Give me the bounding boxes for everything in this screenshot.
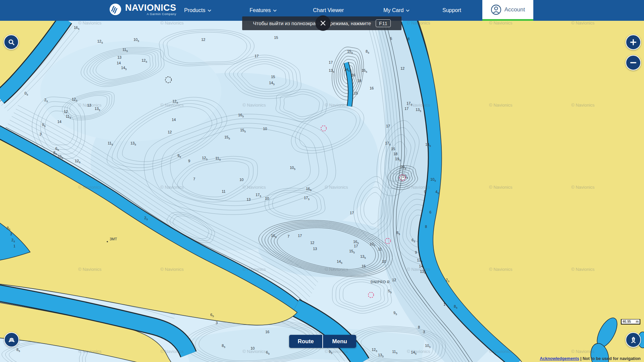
depth-sounding: 1	[13, 244, 15, 248]
map-label: 3MT	[110, 237, 117, 241]
depth-sounding: 8	[418, 325, 420, 329]
account-label: Account	[504, 6, 525, 13]
watermark: © Navionics	[325, 185, 348, 190]
route-button[interactable]: Route	[289, 335, 322, 348]
depth-sounding: 17	[354, 244, 358, 248]
depth-sounding: 17	[350, 211, 354, 215]
depth-sounding: 11	[222, 189, 225, 193]
brand-name: NAVIONICS	[125, 3, 176, 12]
watermark: © Navionics	[243, 103, 266, 108]
watermark: © Navionics	[489, 185, 513, 190]
watermark: © Navionics	[407, 103, 430, 108]
depth-sounding: 7	[287, 234, 289, 238]
plus-icon	[629, 38, 637, 46]
depth-sounding: 10	[263, 127, 267, 131]
watermark: © Navionics	[160, 267, 184, 272]
map-scale-indicator: 46.95 m	[621, 319, 640, 324]
watermark: © Navionics	[78, 349, 102, 354]
depth-sounding: 17	[298, 234, 302, 238]
depth-sounding: 15	[274, 36, 278, 40]
landmark-dot	[107, 241, 108, 242]
depth-sounding: 3	[40, 132, 42, 136]
depth-sounding: 15	[271, 75, 275, 79]
close-icon	[320, 20, 326, 26]
watermark: © Navionics	[571, 267, 595, 272]
user-location-button[interactable]	[626, 332, 641, 348]
watermark: © Navionics	[243, 349, 266, 354]
depth-sounding: 9	[415, 250, 417, 254]
depth-sounding: 13	[117, 55, 121, 59]
depth-sounding: 16	[265, 330, 269, 334]
depth-sounding: 13	[313, 247, 317, 251]
depth-sounding: 14	[117, 61, 121, 65]
watermark: © Navionics	[489, 349, 513, 354]
scale-value: 46.95	[623, 320, 631, 323]
navionics-logo[interactable]: NAVIONICS A Garmin Company	[109, 3, 176, 16]
acknowledgements-link[interactable]: Acknowledgements	[540, 356, 579, 361]
watermark: © Navionics	[78, 267, 102, 272]
depth-sounding: 6	[429, 210, 431, 214]
brand-subtitle: A Garmin Company	[125, 12, 176, 16]
watermark: © Navionics	[489, 267, 513, 272]
navionics-logo-icon	[109, 3, 122, 16]
watermark: © Navionics	[160, 185, 184, 190]
depth-sounding: 12	[310, 241, 314, 245]
scale-unit: m	[636, 320, 639, 323]
depth-sounding: 16	[351, 73, 355, 77]
depth-sounding: 8	[408, 37, 410, 41]
toast-close-button[interactable]	[315, 15, 331, 31]
depth-sounding: 18	[393, 152, 397, 156]
depth-sounding: 17	[329, 60, 333, 64]
depth-sounding: 17	[255, 54, 259, 58]
menu-button[interactable]: Menu	[323, 335, 356, 348]
depth-sounding: 14	[57, 120, 61, 124]
map-footer: Acknowledgements | Not to be used for na…	[540, 356, 641, 361]
watermark: © Navionics	[78, 21, 102, 25]
zoom-out-button[interactable]	[626, 55, 641, 70]
chevron-down-icon	[406, 9, 410, 12]
depth-sounding: 13	[247, 197, 251, 201]
layers-icon	[7, 336, 16, 344]
watermark: © Navionics	[407, 185, 430, 190]
watermark: © Navionics	[571, 185, 595, 190]
depth-sounding: 12	[201, 38, 205, 42]
user-icon	[491, 4, 501, 15]
watermark: © Navionics	[243, 267, 266, 272]
nav-item-support[interactable]: Support	[442, 0, 461, 21]
depth-sounding: 10	[239, 178, 244, 182]
depth-sounding: 5	[390, 37, 392, 41]
search-icon	[7, 38, 15, 46]
watermark: © Navionics	[571, 21, 595, 25]
chevron-down-icon	[208, 9, 211, 12]
footer-separator: |	[580, 356, 582, 361]
watermark: © Navionics	[407, 21, 430, 25]
toast-message: Чтобы выйти из полноэкранного режима, на…	[253, 20, 371, 26]
watermark: © Navionics	[325, 103, 348, 108]
depth-sounding: 3	[423, 330, 425, 334]
watermark: © Navionics	[571, 349, 595, 354]
depth-sounding: 12	[392, 278, 396, 282]
nav-item-products[interactable]: Products	[184, 0, 211, 21]
depth-sounding: 12	[400, 66, 405, 70]
account-tab[interactable]: Account	[482, 0, 533, 21]
route-menu-toolbar: Route Menu	[289, 335, 356, 348]
depth-sounding: 3	[216, 321, 218, 325]
depth-sounding: 9	[424, 190, 426, 194]
depth-sounding: 11	[378, 247, 382, 251]
footer-disclaimer: Not to be used for navigation	[583, 356, 641, 361]
depth-sounding: 17	[386, 124, 390, 128]
watermark: © Navionics	[243, 185, 266, 190]
search-button[interactable]	[4, 35, 19, 50]
depth-sounding: 3	[10, 232, 12, 236]
watermark: © Navionics	[407, 267, 430, 272]
watermark: © Navionics	[571, 103, 595, 108]
depth-sounding: 7	[193, 177, 195, 181]
depth-sounding: 15	[362, 264, 366, 268]
depth-sounding: 12	[64, 110, 68, 114]
watermark: © Navionics	[325, 267, 348, 272]
zoom-in-button[interactable]	[626, 35, 641, 50]
nautical-chart-map[interactable]: 1651051212511512513141451515145171551714…	[0, 21, 644, 362]
person-arrow-icon	[629, 336, 638, 344]
map-layers-button[interactable]	[4, 332, 19, 347]
depth-sounding: 1	[443, 302, 445, 306]
